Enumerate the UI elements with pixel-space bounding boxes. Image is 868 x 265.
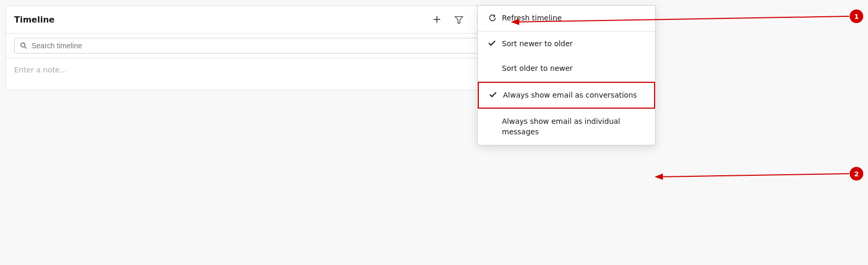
filter-icon [454, 15, 464, 24]
note-placeholder: Enter a note... [14, 66, 67, 74]
search-icon [20, 42, 27, 49]
timeline-title: Timeline [14, 15, 430, 25]
note-area: Enter a note... [6, 58, 519, 90]
svg-line-12 [657, 174, 849, 177]
refresh-icon [488, 14, 497, 22]
badge-2: 2 [850, 167, 863, 181]
dropdown-item-refresh[interactable]: Refresh timeline [478, 6, 655, 31]
sort-newer-label: Sort newer to older [502, 39, 573, 49]
svg-point-9 [21, 43, 25, 47]
search-bar [6, 34, 519, 58]
svg-line-10 [25, 47, 27, 49]
email-individual-label: Always show email as individual messages [502, 116, 645, 137]
search-input[interactable] [31, 41, 505, 50]
filter-button[interactable] [452, 12, 466, 27]
dropdown-item-sort-older[interactable]: Sort older to newer [478, 56, 655, 81]
dropdown-item-email-individual[interactable]: Always show email as individual messages [478, 109, 655, 144]
email-conversations-label: Always show email as conversations [503, 90, 637, 101]
search-input-wrap [14, 38, 510, 54]
timeline-header: Timeline [6, 6, 519, 34]
dropdown-menu: Refresh timeline Sort newer to older Sor… [477, 5, 656, 145]
dropdown-item-sort-newer[interactable]: Sort newer to older [478, 31, 655, 57]
refresh-label: Refresh timeline [502, 13, 562, 24]
check-conversations-icon [489, 91, 498, 99]
plus-icon [432, 15, 442, 24]
sort-older-label: Sort older to newer [502, 63, 573, 74]
check-newer-icon [488, 39, 497, 48]
dropdown-item-email-conversations[interactable]: Always show email as conversations [478, 82, 655, 109]
timeline-panel: Timeline [5, 5, 519, 90]
badge-1: 1 [850, 9, 863, 23]
svg-marker-2 [455, 17, 463, 24]
add-button[interactable] [430, 12, 444, 27]
